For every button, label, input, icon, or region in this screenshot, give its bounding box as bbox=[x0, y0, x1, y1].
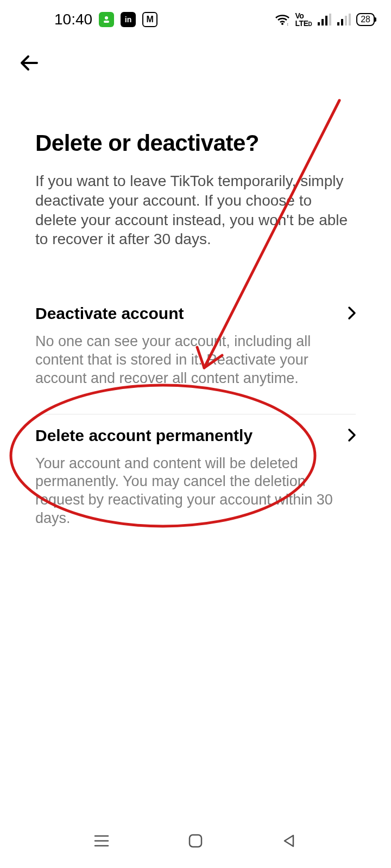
recent-apps-button[interactable] bbox=[91, 830, 112, 852]
chevron-right-icon bbox=[346, 305, 361, 321]
svg-rect-15 bbox=[190, 835, 201, 847]
triangle-back-icon bbox=[281, 833, 298, 849]
back-button[interactable] bbox=[18, 50, 45, 76]
back-arrow-icon bbox=[18, 52, 41, 74]
status-time: 10:40 bbox=[54, 11, 92, 28]
svg-rect-1 bbox=[104, 21, 109, 23]
delete-account-option[interactable]: Delete account permanently Your account … bbox=[35, 414, 356, 542]
svg-point-2 bbox=[281, 23, 283, 25]
delete-title: Delete account permanently bbox=[35, 426, 356, 445]
app-icon-green bbox=[99, 12, 114, 27]
square-icon bbox=[187, 833, 204, 849]
svg-rect-9 bbox=[341, 19, 343, 25]
main-content: Delete or deactivate? If you want to lea… bbox=[0, 76, 391, 542]
deactivate-description: No one can see your account, including a… bbox=[35, 333, 356, 387]
android-nav-bar bbox=[0, 814, 391, 868]
page-title: Delete or deactivate? bbox=[35, 130, 356, 156]
gmail-icon: M bbox=[142, 12, 157, 27]
svg-rect-8 bbox=[337, 22, 339, 25]
linkedin-icon: in bbox=[121, 12, 136, 27]
nav-back-button[interactable] bbox=[279, 830, 300, 852]
volte-indicator: VoLTED bbox=[295, 12, 312, 27]
signal-icon-2 bbox=[337, 14, 351, 25]
top-nav bbox=[0, 39, 391, 76]
deactivate-account-option[interactable]: Deactivate account No one can see your a… bbox=[35, 292, 356, 401]
svg-text:↕: ↕ bbox=[287, 22, 289, 25]
svg-rect-7 bbox=[329, 14, 331, 25]
status-bar-left: 10:40 in M bbox=[16, 11, 157, 28]
status-bar: 10:40 in M ↕ VoLTED bbox=[0, 0, 391, 39]
delete-description: Your account and content will be deleted… bbox=[35, 455, 356, 528]
svg-rect-4 bbox=[318, 22, 320, 25]
hamburger-icon bbox=[93, 834, 110, 848]
page-description: If you want to leave TikTok temporarily,… bbox=[35, 171, 356, 249]
signal-icon-1 bbox=[317, 14, 331, 25]
svg-rect-5 bbox=[321, 19, 324, 25]
wifi-icon: ↕ bbox=[275, 14, 290, 25]
svg-rect-6 bbox=[325, 16, 327, 25]
svg-point-0 bbox=[105, 16, 108, 20]
chevron-right-icon bbox=[346, 427, 361, 443]
svg-rect-10 bbox=[345, 16, 347, 25]
home-button[interactable] bbox=[185, 830, 206, 852]
svg-rect-11 bbox=[349, 14, 351, 25]
deactivate-title: Deactivate account bbox=[35, 304, 356, 323]
status-bar-right: ↕ VoLTED 28 bbox=[275, 12, 375, 27]
battery-indicator: 28 bbox=[356, 13, 375, 26]
